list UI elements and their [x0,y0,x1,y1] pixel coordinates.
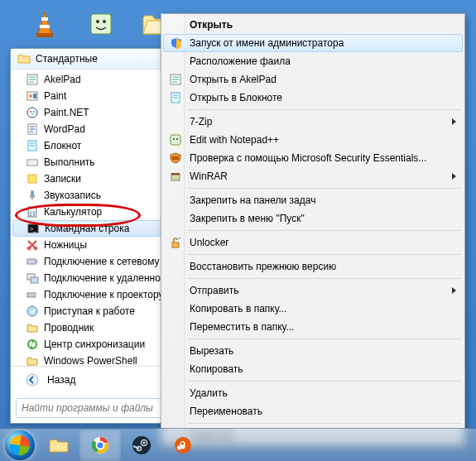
start-menu-item-6[interactable]: Записки [11,170,179,187]
context-menu-item-12[interactable]: Закрепить в меню "Пуск" [163,209,463,228]
taskbar-explorer[interactable] [38,430,79,461]
start-menu-item-4[interactable]: Блокнот [11,137,179,154]
folder-icon [26,354,39,366]
taskbar-steam[interactable] [121,430,162,461]
context-menu-item-7[interactable]: Edit with Notepad++ [163,131,463,149]
context-menu-item-20[interactable]: Переместить в папку... [163,318,463,336]
start-menu-header: Стандартные [11,49,179,70]
paint-icon [26,89,39,103]
svg-point-34 [30,214,31,216]
svg-point-35 [33,214,35,216]
context-menu-item-1[interactable]: Запуск от имени администратора [163,34,463,52]
context-menu-separator [188,381,461,382]
taskbar [0,428,476,461]
context-menu-item-label: Вырезать [190,345,233,357]
explorer-icon [26,321,39,334]
start-menu-item-label: Записки [44,173,81,185]
start-menu-item-15[interactable]: Проводник [11,319,179,336]
search-input[interactable] [22,402,168,414]
start-button[interactable] [2,429,38,462]
desktop-vlc-icon[interactable] [25,4,65,44]
context-menu-item-8[interactable]: Проверка с помощью Microsoft Security Es… [163,149,463,167]
start-menu-item-label: Подключение к удаленно [44,272,161,284]
paintnet-icon [26,106,39,119]
start-menu-item-8[interactable]: Калькулятор [11,204,179,220]
recorder-icon [26,189,39,202]
context-menu-item-14[interactable]: Unlocker [163,233,463,252]
start-menu-item-7[interactable]: Звукозапись [11,187,179,204]
taskbar-music[interactable] [162,430,204,461]
svg-rect-26 [28,161,35,164]
context-menu-item-18[interactable]: Отправить [163,281,463,300]
svg-point-64 [97,441,104,449]
context-menu-item-25[interactable]: Удалить [163,384,463,402]
akelpad-icon [26,73,39,86]
context-menu-separator [188,339,461,339]
context-menu-item-23[interactable]: Копировать [163,360,463,378]
context-menu-item-19[interactable]: Копировать в папку... [163,300,463,318]
context-menu-item-9[interactable]: WinRAR [163,167,463,185]
start-menu-item-2[interactable]: Paint.NET [11,104,179,121]
svg-rect-13 [33,94,36,98]
context-menu-separator [188,254,461,255]
start-menu-item-17[interactable]: Windows PowerShell [11,353,179,366]
start-menu-item-12[interactable]: Подключение к удаленно [11,270,179,286]
notepad-icon [168,90,183,105]
context-menu-item-6[interactable]: 7-Zip [163,113,463,131]
start-menu-item-5[interactable]: Выполнить [11,154,179,170]
start-menu-item-16[interactable]: Центр синхронизации [11,336,179,353]
start-menu-panel: Стандартные AkelPadPaintPaint.NETWordPad… [10,48,180,424]
context-menu-item-label: Открыть в Блокноте [190,92,282,103]
rdp-icon [26,271,39,285]
context-menu-item-3[interactable]: Открыть в AkelPad [163,70,463,89]
wordpad-icon [26,122,39,136]
context-menu-item-0[interactable]: Открыть [163,16,463,34]
context-menu-item-22[interactable]: Вырезать [163,342,463,360]
context-menu-item-26[interactable]: Переименовать [163,402,463,420]
back-arrow-icon [26,373,39,387]
svg-text:>_: >_ [30,226,36,233]
context-menu-item-16[interactable]: Восстановить прежнюю версию [163,257,463,276]
submenu-arrow-icon [452,118,456,125]
start-menu-list: AkelPadPaintPaint.NETWordPadБлокнотВыпол… [11,70,179,366]
unlocker-icon [168,235,183,250]
context-menu-item-11[interactable]: Закрепить на панели задач [163,191,463,209]
start-menu-item-14[interactable]: Приступая к работе [11,303,179,319]
svg-rect-55 [171,135,180,145]
context-menu-item-label: Закрепить в меню "Пуск" [190,213,305,224]
svg-rect-61 [172,243,179,247]
start-menu-item-label: Приступая к работе [44,305,135,317]
calc-icon [26,205,39,218]
context-menu-item-2[interactable]: Расположение фаила [163,52,463,70]
shield-icon [169,36,184,50]
start-menu-search[interactable] [16,398,174,418]
start-menu-item-10[interactable]: Ножницы [11,237,179,253]
svg-rect-40 [27,259,36,264]
start-menu-item-label: Калькулятор [44,206,102,218]
context-menu-item-label: Закрепить на панели задач [190,194,315,206]
context-menu-item-label: Edit with Notepad++ [190,134,279,146]
start-menu-title: Стандартные [36,53,98,65]
context-menu-item-label: Копировать [190,363,243,375]
svg-point-56 [173,138,175,140]
context-menu-item-label: Открыть в AkelPad [190,74,276,85]
start-menu-item-3[interactable]: WordPad [11,121,179,137]
context-menu-item-label: Расположение фаила [190,55,291,67]
start-menu-back[interactable]: Назад [11,366,179,393]
start-menu-item-11[interactable]: Подключение к сетевому [11,253,179,270]
start-menu-item-label: WordPad [44,123,85,135]
start-menu-item-1[interactable]: Paint [11,88,179,104]
taskbar-chrome[interactable] [79,430,121,461]
context-menu-item-label: Проверка с помощью Microsoft Security Es… [190,152,426,164]
context-menu-separator [188,109,461,110]
start-menu-item-0[interactable]: AkelPad [11,71,179,88]
submenu-arrow-icon [452,173,456,180]
start-menu-item-label: Подключение к сетевому [44,256,160,267]
start-menu-item-9[interactable]: >_Командная строка [12,220,177,237]
svg-point-33 [33,212,35,214]
sync-icon [26,338,39,351]
start-menu-item-13[interactable]: Подключение к проектору [11,286,179,303]
desktop-notepadpp-icon[interactable] [81,4,121,44]
svg-point-45 [27,306,37,316]
context-menu-item-4[interactable]: Открыть в Блокноте [163,89,463,107]
